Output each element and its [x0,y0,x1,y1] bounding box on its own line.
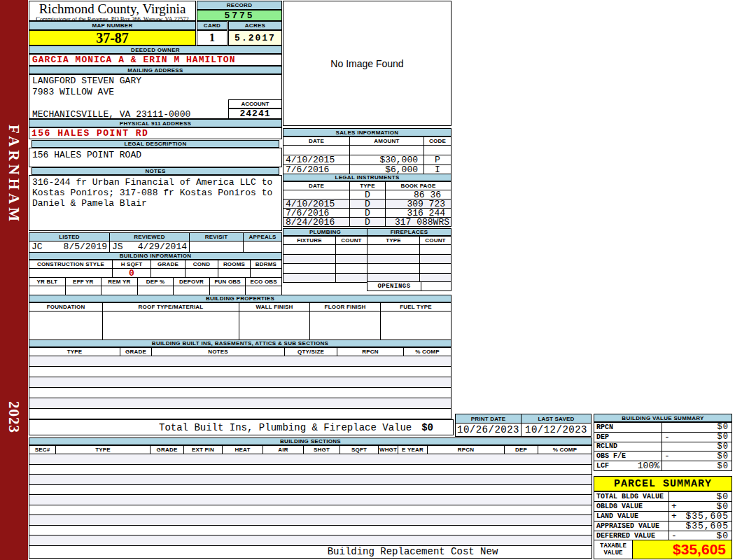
bi-col-dep: DEP % [138,278,174,286]
bvs-label-dep: DEP [594,433,662,442]
sale-date: 4/10/2015 [284,155,349,164]
ps-op: + [669,501,679,512]
building-information-table-2: YR BLT EFF YR REM YR DEP % DEPOVR FUN OB… [29,277,282,295]
empty-row [29,515,592,525]
empty-cell [336,245,367,254]
bi-col-bdrms: BDRMS [251,260,281,268]
bs-col-eyear: E YEAR [398,446,427,454]
bp-col-wall-finish: WALL FINISH [239,303,309,311]
built-ins-title: BUILDING BUILT INS, BASEMENTS, ATTICS & … [29,340,451,347]
bp-col-foundation: FOUNDATION [29,303,102,311]
instrument-date: 8/24/2016 [284,218,349,226]
sales-information-title: SALES INFORMATION [283,128,451,136]
bs-col-grade: GRADE [150,446,183,454]
empty-row [29,536,592,545]
bvs-amount: $0 [672,461,732,471]
empty-row [29,356,451,366]
bi-col-hsqft: H SQFT [113,260,150,268]
plumbing-col-fixture: FIXTURE [284,237,335,244]
sale-amount: $30,000 [350,155,424,164]
plumbing-title: PLUMBING [283,228,368,236]
deeded-owner-value: GARCIA MONICA A & ERIN M HAMILTON [29,54,282,66]
bp-col-floor-finish: FLOOR FINISH [310,303,380,311]
bdrms-value [251,269,281,277]
review-col-appeals: APPEALS [244,233,281,241]
parcel-summary-table: TOTAL BLDG VALUE $0 OBLDG VALUE +$0 LAND… [594,491,732,541]
building-information-title: BUILDING INFORMATION [29,252,282,260]
bs-col-type: TYPE [56,446,150,454]
legal-instruments-table: DATE TYPE BOOK PAGE D 86 36 4/10/2015 D … [283,181,451,227]
ps-label-total-bldg: TOTAL BLDG VALUE [594,492,668,501]
empty-cell [284,264,335,273]
bvs-value-rpcn: $0 [662,423,732,432]
building-sections-title: BUILDING SECTIONS [29,438,592,445]
review-col-listed: LISTED [29,233,109,241]
empty-row [29,526,592,536]
sale-code [424,146,451,155]
bvs-value-obs: -$0 [662,451,732,461]
empty-row [29,505,592,515]
building-sections-table: SEC# TYPE GRADE EXT FIN HEAT AIR SHGT SQ… [29,445,592,559]
bs-col-whgt: WHGT [379,446,398,454]
ps-amount: $35,605 [679,521,732,531]
builtins-col-grade: GRADE [120,348,151,356]
review-table: LISTED REVIEWED REVISIT APPEALS JC 8/5/2… [29,232,282,253]
bs-col-shgt: SHGT [304,446,340,454]
instrument-type: D [350,190,385,199]
mailing-address-label: MAILING ADDRESS [29,66,282,74]
ps-amount: $35,605 [679,511,732,522]
empty-cell [138,286,174,295]
empty-row [29,409,451,419]
reviewed-cell: JS 4/29/2014 [110,241,189,252]
empty-cell [29,286,65,295]
reviewed-by: JS [112,241,123,252]
empty-row [29,495,592,505]
hsqft-value: 0 [113,269,150,277]
instrument-date [284,190,349,199]
instrument-book-page: 309 723 [386,200,451,208]
revisit-cell [190,241,243,252]
bs-col-dep: DEP [505,446,538,454]
bs-col-air: AIR [263,446,303,454]
listed-by: JC [31,241,43,252]
fuel-type-value [381,312,451,340]
openings-value [421,281,451,291]
deeded-owner-label: DEEDED OWNER [29,46,282,54]
sale-code: P [424,155,451,164]
bi-col-grade: GRADE [151,260,185,268]
builtins-col-qty: QTY/SIZE [285,348,337,356]
building-sections-footer: Building Replacement Cost New [29,546,592,558]
mailing-line-1: LANGFORD STEVEN GARY [29,75,281,86]
empty-row [29,398,451,408]
empty-cell [284,245,335,254]
fireplaces-col-count: COUNT [420,237,451,244]
taxable-label-line1: TAXABLE [600,542,626,550]
notes-label: NOTES [31,167,279,175]
ps-op: + [669,511,679,522]
building-information-table-1: CONSTRUCTION STYLE H SQFT GRADE COND ROO… [29,260,282,278]
empty-row [29,485,592,495]
bvs-label-lcf: LCF 100% [594,461,662,470]
card-value: 1 [197,30,227,46]
instrument-book-page: 86 36 [386,190,451,199]
building-properties-title: BUILDING PROPERTIES [29,295,451,302]
empty-cell [66,286,102,295]
built-ins-table: TYPE GRADE NOTES QTY/SIZE RPCN % COMP [29,347,451,419]
taxable-label-line2: VALUE [603,550,622,556]
bvs-label-rpcn: RPCN [594,423,662,432]
ps-label-appraised: APPRAISED VALUE [594,522,668,531]
rooms-value [218,269,250,277]
sales-information-table: DATE AMOUNT CODE 4/10/2015 $30,000 P 7/6… [283,136,451,175]
record-label: RECORD [197,1,282,10]
floor-finish-value [310,312,380,340]
review-col-reviewed: REVIEWED [110,233,189,241]
empty-row [29,367,451,377]
print-info-table: PRINT DATE LAST SAVED 10/26/2023 10/12/2… [455,414,592,437]
legal-col-date: DATE [284,182,349,190]
acres-value: 5.2017 [228,30,282,46]
taxable-value-row: TAXABLE VALUE $35,605 [594,540,732,559]
bs-col-extfin: EXT FIN [184,446,222,454]
bi-col-construction-style: CONSTRUCTION STYLE [29,260,112,268]
sales-col-code: CODE [424,137,451,145]
physical-address-value: 156 HALES POINT RD [29,127,282,139]
